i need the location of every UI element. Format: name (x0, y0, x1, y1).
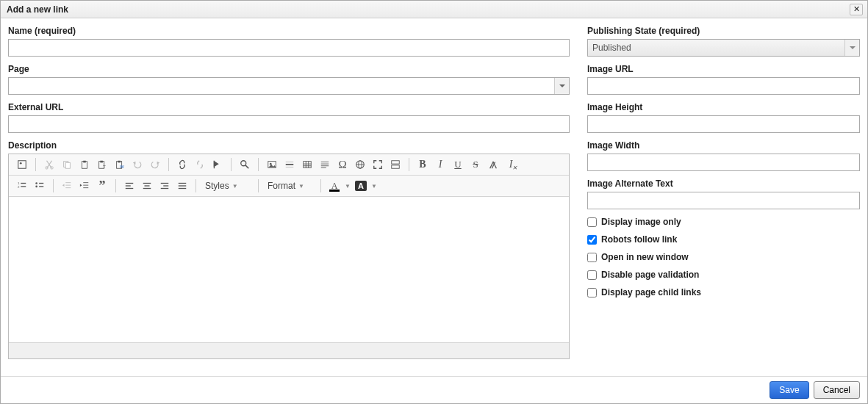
table-icon[interactable] (300, 157, 315, 172)
bold-button[interactable]: B (415, 157, 430, 172)
editor-toolbar-row-1: T W Ω (9, 154, 569, 176)
text-color-button[interactable]: A (327, 178, 342, 193)
disable-validation-checkbox[interactable] (587, 270, 597, 280)
svg-point-41 (35, 186, 37, 188)
svg-rect-14 (214, 161, 215, 169)
paste-word-icon[interactable]: W (112, 157, 127, 172)
undo-icon[interactable] (130, 157, 145, 172)
svg-point-40 (35, 182, 37, 184)
cancel-button[interactable]: Cancel (814, 381, 860, 399)
div-icon[interactable] (318, 157, 332, 172)
svg-rect-0 (18, 161, 26, 169)
external-url-label: External URL (8, 102, 570, 112)
blockquote-icon[interactable]: ” (95, 178, 110, 193)
indent-icon[interactable] (77, 178, 92, 193)
align-right-icon[interactable] (157, 178, 172, 193)
chevron-down-icon[interactable]: ▼ (345, 183, 351, 190)
editor-content-area[interactable] (9, 197, 569, 342)
open-new-window-checkbox[interactable] (587, 253, 597, 262)
rich-text-editor: T W Ω (8, 154, 570, 359)
robots-follow-checkbox[interactable] (587, 235, 597, 245)
hr-icon[interactable] (282, 157, 297, 172)
robots-follow-label: Robots follow link (601, 234, 677, 245)
description-label: Description (8, 140, 570, 151)
align-center-icon[interactable] (140, 178, 154, 193)
imageheight-label: Image Height (587, 102, 860, 112)
dialog-title: Add a new link (7, 4, 68, 15)
anchor-icon[interactable] (210, 157, 225, 172)
display-child-links-label: Display page child links (601, 287, 701, 297)
close-button[interactable]: ✕ (850, 4, 863, 15)
clear-format-icon[interactable]: I✕ (503, 157, 518, 172)
bulleted-list-icon[interactable] (32, 178, 47, 193)
right-column: Publishing State (required) Image URL Im… (587, 26, 860, 373)
name-label: Name (required) (8, 26, 570, 36)
svg-text:W: W (120, 164, 124, 169)
save-button[interactable]: Save (770, 381, 808, 399)
page-label: Page (8, 64, 570, 74)
editor-footer (9, 342, 569, 358)
italic-button[interactable]: I (433, 157, 448, 172)
redo-icon[interactable] (148, 157, 162, 172)
imageurl-input[interactable] (587, 77, 860, 95)
chevron-down-icon[interactable] (844, 40, 859, 56)
imageheight-input[interactable] (587, 115, 860, 133)
left-column: Name (required) Page External URL Descri… (8, 26, 570, 373)
imagealt-input[interactable] (587, 192, 860, 209)
dialog-body: Name (required) Page External URL Descri… (1, 18, 867, 376)
disable-validation-label: Disable page validation (601, 270, 699, 280)
editor-toolbar-row-2: 12 ” Styles ▼ (9, 176, 569, 197)
svg-line-16 (245, 165, 248, 168)
display-image-only-label: Display image only (601, 217, 681, 227)
justify-icon[interactable] (175, 178, 190, 193)
outdent-icon[interactable] (60, 178, 74, 193)
svg-point-18 (270, 163, 272, 165)
chevron-down-icon[interactable] (554, 78, 569, 94)
imagewidth-label: Image Width (587, 140, 860, 151)
bg-color-button[interactable]: A (354, 178, 368, 193)
numbered-list-icon[interactable]: 12 (15, 178, 29, 193)
svg-rect-35 (392, 165, 400, 168)
maximize-icon[interactable] (370, 157, 385, 172)
chevron-down-icon[interactable]: ▼ (371, 183, 377, 190)
display-child-links-checkbox[interactable] (587, 288, 597, 297)
source-icon[interactable] (15, 157, 29, 172)
iframe-icon[interactable] (353, 157, 367, 172)
chevron-down-icon: ▼ (298, 183, 304, 190)
svg-text:2: 2 (18, 185, 20, 189)
svg-rect-9 (100, 161, 103, 163)
styles-dropdown[interactable]: Styles ▼ (202, 178, 252, 193)
imagewidth-input[interactable] (587, 154, 860, 171)
svg-rect-22 (304, 162, 312, 168)
show-blocks-icon[interactable] (388, 157, 403, 172)
paste-text-icon[interactable]: T (95, 157, 110, 172)
dialog-footer: Save Cancel (1, 376, 867, 403)
open-new-window-label: Open in new window (601, 252, 689, 262)
close-icon: ✕ (853, 5, 860, 13)
name-input[interactable] (8, 39, 570, 57)
add-link-dialog: Add a new link ✕ Name (required) Page (0, 0, 868, 404)
svg-rect-12 (118, 161, 121, 163)
link-icon[interactable] (175, 157, 190, 172)
image-icon[interactable] (265, 157, 279, 172)
unlink-icon[interactable] (193, 157, 207, 172)
external-url-input[interactable] (8, 115, 570, 133)
special-char-icon[interactable]: Ω (335, 157, 350, 172)
format-dropdown[interactable]: Format ▼ (265, 178, 315, 193)
strike-button[interactable]: S (468, 157, 483, 172)
page-select[interactable] (8, 77, 570, 95)
find-icon[interactable] (237, 157, 252, 172)
copy-icon[interactable] (60, 157, 74, 172)
cut-icon[interactable] (42, 157, 57, 172)
underline-button[interactable]: U (451, 157, 465, 172)
chevron-down-icon: ▼ (232, 183, 238, 190)
imagealt-label: Image Alternate Text (587, 178, 860, 189)
page-select-value[interactable] (9, 78, 554, 94)
display-image-only-checkbox[interactable] (587, 217, 597, 227)
svg-point-15 (241, 161, 246, 166)
remove-format-icon[interactable] (486, 157, 501, 172)
paste-icon[interactable] (77, 157, 92, 172)
pubstate-select[interactable] (587, 39, 860, 57)
align-left-icon[interactable] (122, 178, 137, 193)
svg-text:T: T (103, 164, 106, 169)
